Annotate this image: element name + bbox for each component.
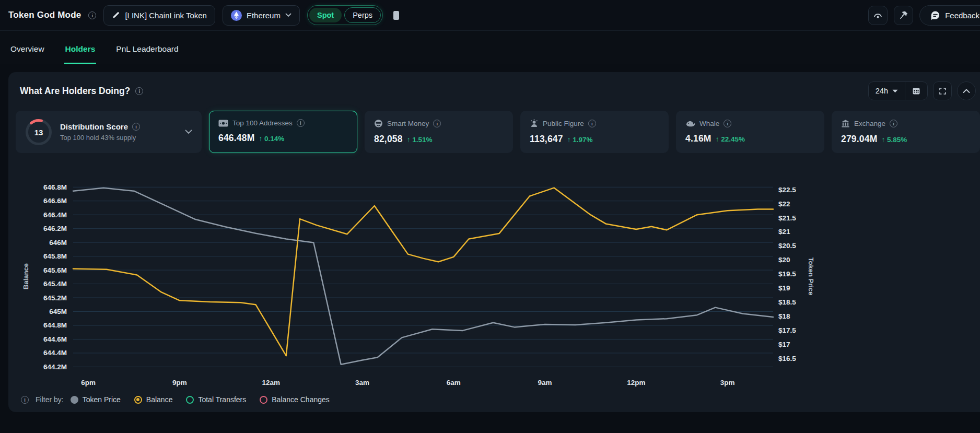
svg-text:645.2M: 645.2M bbox=[43, 294, 67, 302]
svg-text:Balance: Balance bbox=[22, 263, 30, 289]
info-icon[interactable]: i bbox=[890, 120, 897, 127]
public-figure-change: ↑ 1.97% bbox=[567, 136, 593, 144]
svg-text:$22.5: $22.5 bbox=[778, 186, 796, 194]
svg-text:644.8M: 644.8M bbox=[43, 321, 67, 329]
svg-text:645M: 645M bbox=[49, 308, 67, 315]
distribution-score-card[interactable]: 13 Distribution Score i Top 100 hold 43%… bbox=[16, 111, 202, 153]
ethereum-icon bbox=[231, 10, 242, 21]
pin-icon bbox=[899, 10, 908, 20]
info-icon[interactable]: i bbox=[433, 120, 441, 127]
panel-header: What Are Holders Doing? i 24h bbox=[16, 80, 980, 100]
filter-total-transfers[interactable]: Total Transfers bbox=[186, 395, 246, 404]
banknote-icon bbox=[218, 120, 228, 127]
whale-card[interactable]: Whale i 4.16M ↑ 22.45% bbox=[676, 111, 824, 153]
total-transfers-radio-icon bbox=[186, 396, 194, 404]
page-title: Token God Mode bbox=[8, 10, 81, 20]
holders-activity-panel: What Are Holders Doing? i 24h bbox=[8, 72, 980, 412]
token-price-radio-icon bbox=[71, 396, 78, 404]
info-icon[interactable]: i bbox=[132, 123, 140, 131]
svg-text:646.8M: 646.8M bbox=[43, 183, 67, 191]
top-100-addresses-value: 646.48M bbox=[218, 133, 255, 144]
public-figure-label: Public Figure bbox=[543, 120, 584, 127]
panel-title: What Are Holders Doing? bbox=[20, 86, 130, 97]
exchange-value: 279.04M bbox=[841, 134, 878, 145]
svg-text:$19: $19 bbox=[778, 284, 790, 292]
svg-text:$21: $21 bbox=[778, 228, 790, 236]
chevron-down-icon[interactable] bbox=[185, 130, 192, 134]
top-100-addresses-change: ↑ 0.14% bbox=[259, 135, 285, 143]
balance-changes-radio-icon bbox=[260, 396, 267, 404]
timeframe-group: 24h bbox=[868, 81, 928, 100]
smart-money-value: 82,058 bbox=[374, 134, 403, 145]
svg-text:645.4M: 645.4M bbox=[43, 280, 67, 288]
svg-text:12am: 12am bbox=[262, 379, 280, 387]
svg-text:645.8M: 645.8M bbox=[43, 252, 67, 260]
chain-selector[interactable]: Ethereum bbox=[223, 5, 300, 26]
fullscreen-icon bbox=[938, 87, 947, 96]
smart-money-change: ↑ 1.51% bbox=[407, 136, 433, 144]
eye-icon bbox=[873, 11, 883, 19]
svg-text:646M: 646M bbox=[49, 239, 67, 247]
copy-icon[interactable] bbox=[392, 10, 400, 20]
smart-money-card[interactable]: Smart Money i 82,058 ↑ 1.51% bbox=[365, 111, 513, 153]
tab-holders[interactable]: Holders bbox=[64, 44, 97, 64]
feedback-label: Feedback bbox=[945, 11, 979, 20]
svg-text:3pm: 3pm bbox=[720, 379, 735, 387]
svg-text:$17: $17 bbox=[778, 341, 790, 348]
whale-label: Whale bbox=[699, 120, 719, 127]
info-icon[interactable]: i bbox=[135, 87, 143, 95]
svg-text:13: 13 bbox=[34, 127, 43, 136]
svg-text:$17.5: $17.5 bbox=[778, 326, 796, 334]
chat-bubble-icon bbox=[930, 10, 940, 20]
pin-button[interactable] bbox=[894, 6, 913, 25]
timeframe-value: 24h bbox=[876, 87, 888, 95]
svg-text:3am: 3am bbox=[355, 379, 369, 387]
collapse-button[interactable] bbox=[957, 81, 976, 100]
smart-money-label: Smart Money bbox=[387, 120, 429, 127]
svg-text:$22: $22 bbox=[778, 200, 790, 208]
spot-toggle[interactable]: Spot bbox=[309, 8, 342, 22]
exchange-card[interactable]: Exchange i 279.04M ↑ 5.85% bbox=[832, 111, 980, 153]
svg-text:646.6M: 646.6M bbox=[43, 197, 67, 205]
svg-text:$19.5: $19.5 bbox=[778, 270, 796, 278]
public-figure-icon bbox=[530, 119, 539, 128]
timeframe-dropdown[interactable]: 24h bbox=[869, 82, 905, 100]
token-selector[interactable]: [LINK] ChainLink Token bbox=[103, 5, 215, 26]
filter-balance[interactable]: Balance bbox=[134, 395, 173, 404]
perps-toggle[interactable]: Perps bbox=[344, 7, 381, 23]
fullscreen-button[interactable] bbox=[933, 81, 952, 100]
svg-text:6am: 6am bbox=[447, 379, 461, 387]
svg-text:$18.5: $18.5 bbox=[778, 298, 796, 306]
balance-radio-icon bbox=[134, 396, 142, 404]
info-icon[interactable]: i bbox=[588, 120, 596, 127]
info-icon[interactable]: i bbox=[21, 396, 29, 404]
svg-text:644.4M: 644.4M bbox=[43, 349, 67, 357]
svg-text:Token Price: Token Price bbox=[807, 258, 815, 296]
feedback-button[interactable]: Feedback bbox=[919, 5, 980, 26]
filter-balance-changes[interactable]: Balance Changes bbox=[260, 395, 330, 404]
top-100-addresses-card[interactable]: Top 100 Addresses i 646.48M ↑ 0.14% bbox=[209, 111, 357, 153]
distribution-score-label: Distribution Score bbox=[60, 122, 128, 131]
svg-text:$20.5: $20.5 bbox=[778, 242, 796, 250]
public-figure-value: 113,647 bbox=[530, 134, 563, 145]
top-bar: Token God Mode i [LINK] ChainLink Token … bbox=[0, 0, 980, 31]
tab-overview[interactable]: Overview bbox=[9, 44, 45, 64]
top-100-addresses-label: Top 100 Addresses bbox=[232, 119, 293, 127]
bank-icon bbox=[841, 119, 850, 128]
watchlist-button[interactable] bbox=[868, 6, 888, 25]
svg-text:6pm: 6pm bbox=[81, 379, 96, 387]
market-toggle: Spot Perps bbox=[307, 5, 383, 25]
calendar-icon bbox=[912, 87, 920, 95]
chain-selector-label: Ethereum bbox=[247, 11, 281, 20]
distribution-score-gauge: 13 bbox=[25, 119, 52, 146]
svg-text:644.2M: 644.2M bbox=[43, 363, 67, 371]
balance-price-chart[interactable]: 646.8M646.6M646.4M646.2M646M645.8M645.6M… bbox=[16, 167, 980, 391]
info-icon[interactable]: i bbox=[724, 120, 731, 127]
tab-bar: Overview Holders PnL Leaderboard bbox=[0, 31, 980, 64]
filter-token-price[interactable]: Token Price bbox=[71, 395, 121, 404]
tab-pnl-leaderboard[interactable]: PnL Leaderboard bbox=[115, 44, 179, 64]
info-icon[interactable]: i bbox=[297, 119, 305, 127]
public-figure-card[interactable]: Public Figure i 113,647 ↑ 1.97% bbox=[520, 111, 669, 153]
calendar-button[interactable] bbox=[905, 82, 927, 100]
info-icon[interactable]: i bbox=[88, 11, 96, 19]
